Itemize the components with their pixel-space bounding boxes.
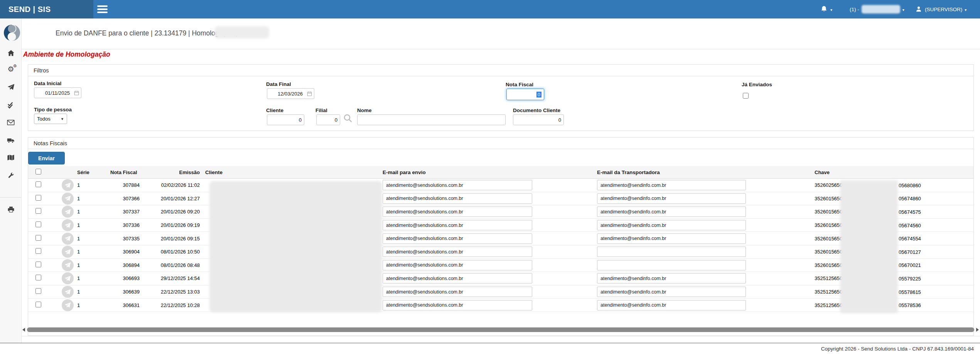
row-checkbox[interactable] [35,262,41,267]
row-email-envio-input[interactable] [383,220,532,230]
redacted-chave-segment [840,180,898,313]
redacted-branch-name [862,5,900,13]
sidebar-item-mail[interactable] [0,115,22,130]
sidebar-item-send[interactable] [0,80,22,94]
row-email-transportadora-input[interactable] [597,220,746,230]
paper-plane-icon [64,302,71,308]
row-checkbox[interactable] [35,288,41,294]
user-menu-dropdown[interactable]: (SUPERVISOR) ▾ [915,0,967,18]
chevron-down-icon: ▾ [965,8,967,12]
scroll-right-arrow[interactable] [976,328,979,332]
row-emissao: 20/01/2026 09:20 [141,209,201,215]
row-emissao: 20/01/2026 12:27 [141,196,201,201]
row-email-envio-input[interactable] [383,247,532,257]
ja-enviados-checkbox[interactable] [743,93,749,99]
chave-suffix: 05579225 [899,275,921,281]
row-nota-fiscal: 306631 [108,302,141,308]
row-serie: 1 [71,222,108,228]
row-nota-fiscal: 307335 [108,236,141,242]
row-email-envio-input[interactable] [383,193,532,204]
sidebar-item-settings[interactable]: ⚙ ⚙ [0,62,22,77]
sidebar-item-double-check[interactable] [0,97,22,112]
enviar-button[interactable]: Enviar [28,152,65,164]
row-email-transportadora-input[interactable] [597,206,746,217]
app-logo-title[interactable]: SEND | SIS [0,0,93,18]
row-email-transportadora-input[interactable] [597,193,746,204]
row-checkbox[interactable] [35,208,41,214]
horizontal-scrollbar [22,327,979,332]
row-checkbox[interactable] [35,195,41,201]
row-nota-fiscal: 307337 [108,209,141,215]
sidebar-divider [0,197,22,198]
row-emissao: 08/01/2026 10:50 [141,249,201,255]
row-email-transportadora-input[interactable] [597,233,746,244]
row-email-envio-input[interactable] [383,180,532,190]
breadcrumb-bar: Envio de DANFE para o cliente | 23.13417… [22,18,980,49]
row-serie: 1 [71,302,108,308]
data-inicial-input[interactable] [34,87,73,98]
printer-icon [7,206,15,213]
search-icon[interactable] [343,114,353,123]
row-checkbox[interactable] [35,181,41,187]
row-nota-fiscal: 307366 [108,196,141,201]
sidebar-item-print[interactable] [0,202,22,217]
paper-plane-icon [64,222,71,228]
filial-input[interactable] [316,114,340,125]
row-nota-fiscal: 306904 [108,249,141,255]
row-email-transportadora-input[interactable] [597,247,746,257]
row-checkbox[interactable] [35,235,41,241]
row-email-transportadora-input[interactable] [597,287,746,297]
table-row: 1 307366 20/01/2026 12:27 35260156502 05… [28,192,973,206]
data-final-calendar-button[interactable] [305,88,314,99]
row-email-transportadora-input[interactable] [597,180,746,190]
filial-label: Filial [315,107,327,113]
calendar-icon [307,91,312,96]
nota-fiscal-input[interactable]: 0 [506,89,544,100]
tipo-pessoa-value: Todos [37,116,51,122]
row-serie: 1 [71,236,108,242]
notas-table: Série Nota Fiscal Emissão Cliente E-mail… [28,166,973,312]
row-email-transportadora-input[interactable] [597,300,746,310]
branch-selector-dropdown[interactable]: (1) - ▾ [850,0,904,18]
sidebar-item-home[interactable] [0,46,22,60]
wrench-icon [7,172,14,179]
nome-input[interactable] [357,114,506,125]
row-email-envio-input[interactable] [383,287,532,297]
row-email-envio-input[interactable] [383,260,532,270]
row-checkbox[interactable] [35,275,41,280]
row-nota-fiscal: 306693 [108,275,141,281]
sidebar-item-tools[interactable] [0,168,22,183]
selected-text: 0 [536,92,541,97]
table-row: 1 306639 22/12/2025 13:03 35251256502 05… [28,285,973,299]
breadcrumb: Envio de DANFE para o cliente | 23.13417… [56,29,237,37]
row-email-envio-input[interactable] [383,233,532,244]
tipo-pessoa-select[interactable]: Todos ▼ [34,114,67,124]
row-checkbox[interactable] [35,221,41,227]
row-emissao: 22/12/2025 13:03 [141,289,201,295]
left-sidebar: ⚙ ⚙ [0,18,22,343]
scroll-left-arrow[interactable] [22,328,25,332]
cliente-input[interactable] [267,114,304,125]
sidebar-item-map[interactable] [0,150,22,165]
row-email-envio-input[interactable] [383,273,532,284]
hamburger-menu-icon[interactable] [97,5,108,13]
chave-suffix: 05578615 [899,289,921,295]
environment-title: Ambiente de Homologação [23,50,110,59]
data-inicial-label: Data Inicial [34,81,61,86]
data-inicial-calendar-button[interactable] [72,87,81,98]
row-email-transportadora-input[interactable] [597,260,746,270]
select-all-checkbox[interactable] [35,169,41,174]
cliente-label: Cliente [266,107,283,113]
scrollbar-thumb[interactable] [27,327,974,332]
row-email-envio-input[interactable] [383,300,532,310]
sidebar-item-transport[interactable] [0,133,22,148]
row-email-transportadora-input[interactable] [597,273,746,284]
row-checkbox[interactable] [35,248,41,254]
notifications-bell-dropdown[interactable]: ▾ [820,0,832,18]
row-checkbox[interactable] [35,302,41,307]
row-email-envio-input[interactable] [383,206,532,217]
paper-plane-icon [64,262,71,268]
documento-cliente-input[interactable] [513,114,564,125]
data-final-input[interactable] [267,88,305,99]
paper-plane-icon [64,235,71,242]
